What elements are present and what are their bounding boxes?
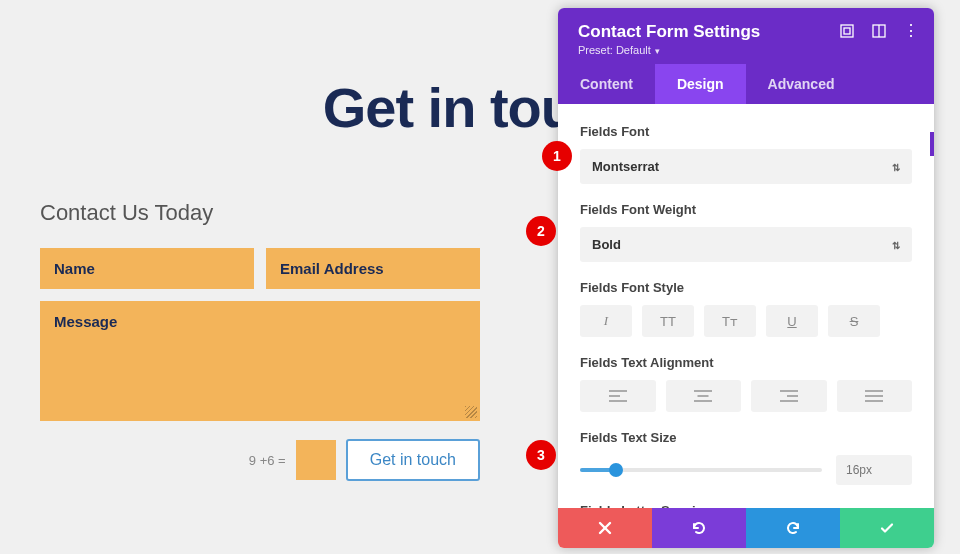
scrollbar-thumb[interactable] bbox=[930, 132, 934, 156]
name-field[interactable]: Name bbox=[40, 248, 254, 289]
smallcaps-button[interactable]: Tᴛ bbox=[704, 305, 756, 337]
fields-spacing-label: Fields Letter Spacing bbox=[580, 503, 912, 508]
badge-2: 2 bbox=[526, 216, 556, 246]
fields-font-value: Montserrat bbox=[592, 159, 659, 174]
message-field-wrap: Message bbox=[40, 301, 480, 421]
svg-rect-1 bbox=[844, 28, 850, 34]
tab-design[interactable]: Design bbox=[655, 64, 746, 104]
fields-align-label: Fields Text Alignment bbox=[580, 355, 912, 370]
strikethrough-button[interactable]: S bbox=[828, 305, 880, 337]
fields-font-select[interactable]: Montserrat ⇅ bbox=[580, 149, 912, 184]
submit-button[interactable]: Get in touch bbox=[346, 439, 480, 481]
captcha-question: 9 +6 = bbox=[249, 453, 286, 468]
columns-icon[interactable] bbox=[872, 24, 886, 38]
text-size-slider[interactable] bbox=[580, 468, 822, 472]
tab-content[interactable]: Content bbox=[558, 64, 655, 104]
redo-button[interactable] bbox=[746, 508, 840, 548]
fields-weight-value: Bold bbox=[592, 237, 621, 252]
fields-weight-label: Fields Font Weight bbox=[580, 202, 912, 217]
font-style-buttons: I TT Tᴛ U S bbox=[580, 305, 912, 337]
panel-preset[interactable]: Preset: Default▾ bbox=[578, 44, 914, 56]
slider-thumb[interactable] bbox=[609, 463, 623, 477]
save-button[interactable] bbox=[840, 508, 934, 548]
panel-header-icons: ⋮ bbox=[840, 24, 918, 38]
fields-font-label: Fields Font bbox=[580, 124, 912, 139]
contact-heading: Contact Us Today bbox=[40, 200, 480, 226]
fields-weight-select[interactable]: Bold ⇅ bbox=[580, 227, 912, 262]
form-footer: 9 +6 = Get in touch bbox=[40, 439, 480, 481]
align-justify-button[interactable] bbox=[837, 380, 913, 412]
panel-preset-label: Preset: Default bbox=[578, 44, 651, 56]
panel-body: Fields Font Montserrat ⇅ Fields Font Wei… bbox=[558, 104, 934, 508]
align-right-button[interactable] bbox=[751, 380, 827, 412]
email-field[interactable]: Email Address bbox=[266, 248, 480, 289]
cancel-button[interactable] bbox=[558, 508, 652, 548]
align-left-button[interactable] bbox=[580, 380, 656, 412]
badge-1: 1 bbox=[542, 141, 572, 171]
form-row-top: Name Email Address bbox=[40, 248, 480, 289]
undo-button[interactable] bbox=[652, 508, 746, 548]
uppercase-button[interactable]: TT bbox=[642, 305, 694, 337]
text-size-slider-row: 16px bbox=[580, 455, 912, 485]
text-size-value[interactable]: 16px bbox=[836, 455, 912, 485]
kebab-menu-icon[interactable]: ⋮ bbox=[904, 24, 918, 38]
italic-button[interactable]: I bbox=[580, 305, 632, 337]
tab-advanced[interactable]: Advanced bbox=[746, 64, 857, 104]
settings-panel: Contact Form Settings Preset: Default▾ ⋮… bbox=[558, 8, 934, 548]
expand-icon[interactable] bbox=[840, 24, 854, 38]
contact-form: Contact Us Today Name Email Address Mess… bbox=[40, 200, 480, 481]
panel-footer bbox=[558, 508, 934, 548]
sort-icon: ⇅ bbox=[892, 239, 900, 250]
panel-tabs: Content Design Advanced bbox=[558, 64, 934, 104]
captcha-input[interactable] bbox=[296, 440, 336, 480]
sort-icon: ⇅ bbox=[892, 161, 900, 172]
svg-rect-0 bbox=[841, 25, 853, 37]
fields-size-label: Fields Text Size bbox=[580, 430, 912, 445]
align-center-button[interactable] bbox=[666, 380, 742, 412]
panel-header: Contact Form Settings Preset: Default▾ ⋮ bbox=[558, 8, 934, 64]
message-field[interactable]: Message bbox=[40, 301, 480, 421]
chevron-down-icon: ▾ bbox=[655, 46, 660, 56]
badge-3: 3 bbox=[526, 440, 556, 470]
resize-handle-icon[interactable] bbox=[465, 406, 477, 418]
text-align-buttons bbox=[580, 380, 912, 412]
underline-button[interactable]: U bbox=[766, 305, 818, 337]
fields-style-label: Fields Font Style bbox=[580, 280, 912, 295]
